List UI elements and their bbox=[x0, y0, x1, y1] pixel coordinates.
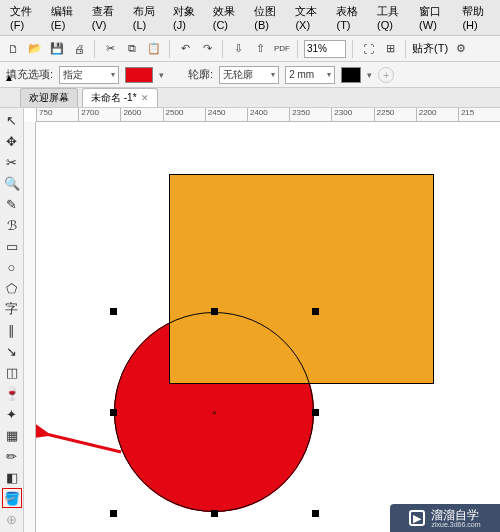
menu-bar: 文件(F) 编辑(E) 查看(V) 布局(L) 对象(J) 效果(C) 位图(B… bbox=[0, 0, 500, 36]
menu-view[interactable]: 查看(V) bbox=[86, 2, 125, 33]
menu-file[interactable]: 文件(F) bbox=[4, 2, 43, 33]
pdf-icon[interactable]: PDF bbox=[273, 40, 291, 58]
menu-layout[interactable]: 布局(L) bbox=[127, 2, 165, 33]
property-bar: 填充选项: 指定 ▾ 轮廓: 无轮廓 2 mm ▾ + bbox=[0, 62, 500, 88]
ruler-horizontal: 7502700260025002450240023502300225022002… bbox=[36, 108, 500, 122]
handle-br[interactable] bbox=[312, 510, 319, 517]
paste-icon[interactable]: 📋 bbox=[145, 40, 163, 58]
canvas[interactable]: × bbox=[36, 122, 500, 532]
parallel-tool[interactable]: ∥ bbox=[2, 320, 22, 340]
stroke-width-dropdown[interactable]: 2 mm bbox=[285, 66, 335, 84]
options-icon[interactable]: ⚙ bbox=[452, 40, 470, 58]
grid-icon[interactable]: ⊞ bbox=[381, 40, 399, 58]
tab-welcome[interactable]: 欢迎屏幕 bbox=[20, 88, 78, 107]
ruler-vertical bbox=[24, 122, 36, 532]
tab-label: 未命名 -1* bbox=[91, 91, 137, 105]
tab-label: 欢迎屏幕 bbox=[29, 91, 69, 105]
stroke-color-swatch[interactable] bbox=[341, 67, 361, 83]
selection-center: × bbox=[212, 408, 217, 417]
connector-tool[interactable]: ↘ bbox=[2, 341, 22, 361]
rectangle-tool[interactable]: ▭ bbox=[2, 236, 22, 256]
new-icon[interactable]: 🗋 bbox=[4, 40, 22, 58]
eyedropper-tool[interactable]: ✦ bbox=[2, 404, 22, 424]
menu-effects[interactable]: 效果(C) bbox=[207, 2, 247, 33]
pick-cursor-icon: ▲ bbox=[4, 72, 14, 83]
export-icon[interactable]: ⇧ bbox=[251, 40, 269, 58]
copy-icon[interactable]: ⧉ bbox=[123, 40, 141, 58]
import-icon[interactable]: ⇩ bbox=[229, 40, 247, 58]
add-preset-icon[interactable]: + bbox=[378, 67, 394, 83]
handle-bl[interactable] bbox=[110, 510, 117, 517]
handle-ml[interactable] bbox=[110, 409, 117, 416]
handle-bc[interactable] bbox=[211, 510, 218, 517]
workspace: ↖ ✥ ✂ 🔍 ✎ ℬ ▭ ○ ⬠ 字 ∥ ↘ ◫ 🍷 ✦ ▦ ✏ ◧ 🪣 ⊕ … bbox=[0, 108, 500, 532]
outline-tool[interactable]: ✏ bbox=[2, 446, 22, 466]
stroke-mode-dropdown[interactable]: 无轮廓 bbox=[219, 66, 279, 84]
zoom-tool[interactable]: 🔍 bbox=[2, 173, 22, 193]
play-icon: ▶ bbox=[409, 510, 425, 526]
add-tool-icon[interactable]: ⊕ bbox=[2, 509, 22, 529]
fill-mode-dropdown[interactable]: 指定 bbox=[59, 66, 119, 84]
freehand-tool[interactable]: ✎ bbox=[2, 194, 22, 214]
main-toolbar: 🗋 📂 💾 🖨 ✂ ⧉ 📋 ↶ ↷ ⇩ ⇧ PDF ⛶ ⊞ 贴齐(T) ⚙ bbox=[0, 36, 500, 62]
stroke-label: 轮廓: bbox=[188, 67, 213, 82]
menu-table[interactable]: 表格(T) bbox=[330, 2, 369, 33]
transparency-tool[interactable]: 🍷 bbox=[2, 383, 22, 403]
fill-color-swatch[interactable] bbox=[125, 67, 153, 83]
handle-tr[interactable] bbox=[312, 308, 319, 315]
menu-tools[interactable]: 工具(Q) bbox=[371, 2, 411, 33]
watermark-url: zixue.3d66.com bbox=[431, 521, 480, 528]
svg-line-1 bbox=[46, 434, 121, 452]
ellipse-tool[interactable]: ○ bbox=[2, 257, 22, 277]
print-icon[interactable]: 🖨 bbox=[70, 40, 88, 58]
menu-help[interactable]: 帮助(H) bbox=[456, 2, 496, 33]
menu-window[interactable]: 窗口(W) bbox=[413, 2, 454, 33]
watermark-text: 溜溜自学 bbox=[431, 509, 480, 521]
tab-document[interactable]: 未命名 -1* ✕ bbox=[82, 88, 158, 107]
shape-tool[interactable]: ✥ bbox=[2, 131, 22, 151]
menu-bitmap[interactable]: 位图(B) bbox=[248, 2, 287, 33]
artistic-tool[interactable]: ℬ bbox=[2, 215, 22, 235]
close-icon[interactable]: ✕ bbox=[141, 93, 149, 103]
fill-pattern-tool[interactable]: ▦ bbox=[2, 425, 22, 445]
handle-tl[interactable] bbox=[110, 308, 117, 315]
annotation-arrow bbox=[36, 422, 126, 462]
smart-fill-tool[interactable]: 🪣 bbox=[2, 488, 22, 508]
menu-text[interactable]: 文本(X) bbox=[289, 2, 328, 33]
watermark: ▶ 溜溜自学 zixue.3d66.com bbox=[390, 504, 500, 532]
drop-shadow-tool[interactable]: ◫ bbox=[2, 362, 22, 382]
menu-object[interactable]: 对象(J) bbox=[167, 2, 205, 33]
document-tabs: ▲ 欢迎屏幕 未命名 -1* ✕ bbox=[0, 88, 500, 108]
canvas-area: 7502700260025002450240023502300225022002… bbox=[24, 108, 500, 532]
open-icon[interactable]: 📂 bbox=[26, 40, 44, 58]
zoom-input[interactable] bbox=[304, 40, 346, 58]
toolbox: ↖ ✥ ✂ 🔍 ✎ ℬ ▭ ○ ⬠ 字 ∥ ↘ ◫ 🍷 ✦ ▦ ✏ ◧ 🪣 ⊕ bbox=[0, 108, 24, 532]
cut-icon[interactable]: ✂ bbox=[101, 40, 119, 58]
save-icon[interactable]: 💾 bbox=[48, 40, 66, 58]
pick-tool[interactable]: ↖ bbox=[2, 110, 22, 130]
redo-icon[interactable]: ↷ bbox=[198, 40, 216, 58]
interactive-fill-tool[interactable]: ◧ bbox=[2, 467, 22, 487]
polygon-tool[interactable]: ⬠ bbox=[2, 278, 22, 298]
snap-label[interactable]: 贴齐(T) bbox=[412, 41, 448, 56]
crop-tool[interactable]: ✂ bbox=[2, 152, 22, 172]
menu-edit[interactable]: 编辑(E) bbox=[45, 2, 84, 33]
undo-icon[interactable]: ↶ bbox=[176, 40, 194, 58]
handle-tc[interactable] bbox=[211, 308, 218, 315]
handle-mr[interactable] bbox=[312, 409, 319, 416]
text-tool[interactable]: 字 bbox=[2, 299, 22, 319]
fullscreen-icon[interactable]: ⛶ bbox=[359, 40, 377, 58]
